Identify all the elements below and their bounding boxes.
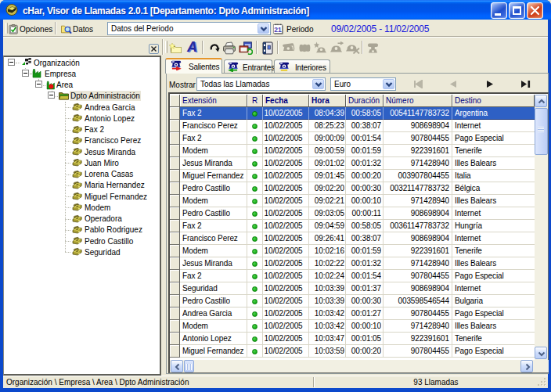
svg-text:A: A [186, 41, 197, 55]
svg-text:21: 21 [274, 26, 282, 34]
